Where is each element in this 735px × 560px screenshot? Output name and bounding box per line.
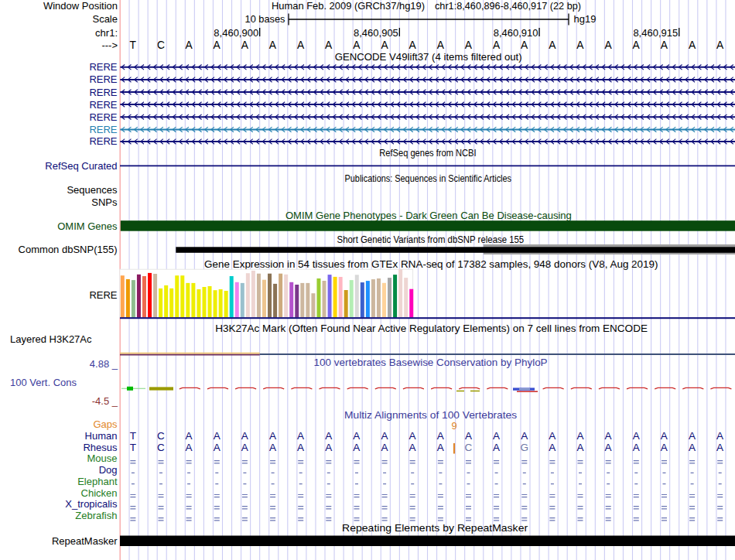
svg-text:4.88 _: 4.88 _ bbox=[90, 358, 118, 370]
svg-text:A: A bbox=[325, 39, 333, 51]
svg-text:A: A bbox=[214, 430, 220, 442]
svg-text:A: A bbox=[661, 430, 668, 442]
svg-text:A: A bbox=[689, 430, 696, 442]
svg-text:A: A bbox=[409, 430, 416, 442]
svg-text:T: T bbox=[130, 39, 137, 51]
svg-text:A: A bbox=[493, 39, 501, 51]
svg-text:Zebrafish: Zebrafish bbox=[75, 510, 117, 521]
svg-text:Human Feb. 2009 (GRCh37/hg19): Human Feb. 2009 (GRCh37/hg19) bbox=[272, 0, 425, 12]
svg-text:A: A bbox=[241, 430, 248, 442]
svg-text:A: A bbox=[381, 430, 388, 442]
svg-text:hg19: hg19 bbox=[574, 13, 597, 25]
svg-text:A: A bbox=[605, 442, 612, 453]
svg-text:A: A bbox=[465, 39, 473, 51]
svg-text:A: A bbox=[549, 442, 556, 453]
svg-text:Chicken: Chicken bbox=[81, 487, 118, 499]
svg-text:SNPs: SNPs bbox=[91, 196, 118, 208]
svg-text:G: G bbox=[520, 442, 528, 453]
svg-text:A: A bbox=[297, 442, 304, 453]
svg-text:A: A bbox=[493, 442, 500, 453]
svg-text:H3K27Ac Mark (Often Found Near: H3K27Ac Mark (Often Found Near Active Re… bbox=[215, 323, 648, 334]
svg-text:Gene Expression in 54 tissues: Gene Expression in 54 tissues from GTEx … bbox=[204, 258, 658, 270]
svg-text:A: A bbox=[297, 39, 305, 51]
svg-text:A: A bbox=[633, 442, 640, 453]
svg-text:Publications: Sequences in Sci: Publications: Sequences in Scientific Ar… bbox=[345, 172, 512, 184]
svg-text:100 vertebrates Basewise Conse: 100 vertebrates Basewise Conservation by… bbox=[314, 357, 548, 368]
svg-text:A: A bbox=[409, 442, 416, 453]
svg-text:C: C bbox=[157, 39, 165, 51]
svg-text:Sequences: Sequences bbox=[67, 184, 118, 196]
svg-text:A: A bbox=[549, 430, 556, 442]
svg-text:A: A bbox=[521, 430, 528, 442]
svg-text:A: A bbox=[661, 442, 668, 453]
svg-text:RefSeq genes from NCBI: RefSeq genes from NCBI bbox=[379, 147, 476, 159]
svg-text:A: A bbox=[689, 442, 696, 453]
svg-text:10 bases: 10 bases bbox=[245, 13, 285, 25]
svg-text:A: A bbox=[409, 39, 417, 51]
svg-text:RERE: RERE bbox=[89, 87, 117, 98]
svg-text:8,460,905: 8,460,905 bbox=[354, 27, 398, 39]
svg-text:A: A bbox=[325, 442, 332, 453]
svg-text:Layered H3K27Ac: Layered H3K27Ac bbox=[10, 333, 92, 345]
svg-text:A: A bbox=[437, 430, 444, 442]
svg-text:A: A bbox=[521, 39, 528, 51]
svg-text:A: A bbox=[465, 430, 472, 442]
svg-text:A: A bbox=[381, 442, 388, 453]
svg-text:Window Position: Window Position bbox=[43, 0, 118, 12]
svg-text:A: A bbox=[576, 442, 583, 453]
svg-text:chr1:: chr1: bbox=[95, 27, 118, 39]
svg-text:RERE: RERE bbox=[89, 99, 117, 111]
svg-text:A: A bbox=[716, 430, 723, 442]
svg-text:A: A bbox=[381, 39, 388, 51]
svg-text:A: A bbox=[493, 430, 500, 442]
svg-text:Dog: Dog bbox=[99, 464, 118, 476]
svg-text:A: A bbox=[185, 39, 193, 51]
svg-text:T: T bbox=[130, 442, 136, 453]
svg-text:100 Vert. Cons: 100 Vert. Cons bbox=[10, 377, 77, 388]
svg-text:A: A bbox=[604, 39, 612, 51]
svg-text:C: C bbox=[465, 442, 473, 453]
svg-text:X_tropicalis: X_tropicalis bbox=[65, 498, 118, 510]
svg-text:A: A bbox=[605, 430, 612, 442]
svg-text:A: A bbox=[214, 39, 221, 51]
svg-text:T: T bbox=[130, 430, 136, 442]
svg-text:A: A bbox=[297, 430, 304, 442]
svg-text:A: A bbox=[716, 442, 723, 453]
svg-text:A: A bbox=[576, 430, 583, 442]
svg-text:OMIM Gene Phenotypes - Dark Gr: OMIM Gene Phenotypes - Dark Green Can Be… bbox=[285, 210, 572, 221]
svg-text:--->: ---> bbox=[101, 39, 118, 51]
svg-text:OMIM Genes: OMIM Genes bbox=[57, 220, 118, 232]
svg-text:A: A bbox=[269, 39, 277, 51]
svg-text:A: A bbox=[437, 442, 444, 453]
svg-text:A: A bbox=[269, 442, 276, 453]
svg-text:A: A bbox=[633, 39, 641, 51]
svg-text:A: A bbox=[353, 442, 360, 453]
svg-text:A: A bbox=[353, 39, 361, 51]
svg-text:RERE: RERE bbox=[89, 73, 117, 85]
svg-text:Multiz Alignments of 100 Verte: Multiz Alignments of 100 Vertebrates bbox=[344, 409, 518, 421]
svg-text:A: A bbox=[186, 430, 193, 442]
svg-text:A: A bbox=[186, 442, 193, 453]
svg-text:A: A bbox=[689, 39, 696, 51]
svg-text:8,460,910: 8,460,910 bbox=[494, 27, 538, 39]
svg-text:Elephant: Elephant bbox=[77, 476, 118, 487]
svg-text:RefSeq Curated: RefSeq Curated bbox=[45, 160, 117, 172]
svg-text:RepeatMasker: RepeatMasker bbox=[52, 535, 118, 547]
svg-text:A: A bbox=[437, 39, 445, 51]
svg-text:8,460,900: 8,460,900 bbox=[214, 27, 258, 39]
svg-text:9: 9 bbox=[451, 420, 456, 432]
svg-text:Repeating Elements by RepeatMa: Repeating Elements by RepeatMasker bbox=[342, 522, 528, 534]
svg-text:A: A bbox=[353, 430, 360, 442]
svg-text:GENCODE V49lift37 (4 items fil: GENCODE V49lift37 (4 items filtered out) bbox=[335, 51, 522, 63]
svg-text:C: C bbox=[157, 430, 165, 442]
svg-text:C: C bbox=[157, 442, 165, 453]
svg-text:Short Genetic Variants from db: Short Genetic Variants from dbSNP releas… bbox=[337, 234, 525, 245]
svg-text:A: A bbox=[576, 39, 584, 51]
svg-text:Scale: Scale bbox=[92, 13, 118, 25]
svg-text:Human: Human bbox=[85, 430, 118, 442]
svg-text:RERE: RERE bbox=[89, 135, 117, 147]
svg-text:A: A bbox=[241, 39, 249, 51]
svg-text:chr1:8,460,896-8,460,917 (22 b: chr1:8,460,896-8,460,917 (22 bp) bbox=[435, 0, 581, 12]
svg-text:A: A bbox=[269, 430, 276, 442]
svg-text:Gaps: Gaps bbox=[93, 418, 118, 430]
